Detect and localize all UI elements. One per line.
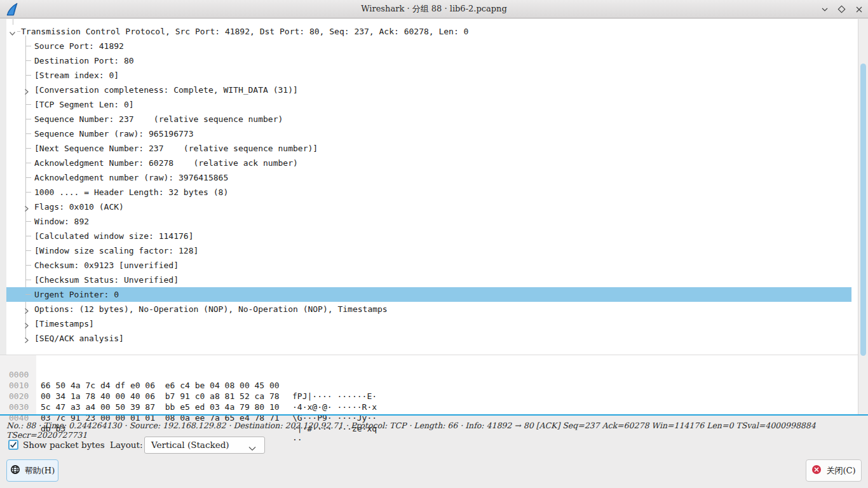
tree-row[interactable]: Window: 892 xyxy=(6,214,851,229)
hex-row[interactable]: 0000 66 50 4a 7c d4 df e0 06 e6 c4 be 04… xyxy=(0,358,851,369)
layout-dropdown-value: Vertical (Stacked) xyxy=(151,437,229,453)
tree-row[interactable]: Flags: 0x010 (ACK) xyxy=(6,200,851,214)
tree-row[interactable]: [Window size scaling factor: 128] xyxy=(6,243,851,258)
close-red-icon xyxy=(811,464,822,477)
help-button[interactable]: 帮助(H) xyxy=(6,459,58,482)
close-window-icon[interactable] xyxy=(855,5,863,13)
tree-row[interactable]: [Stream index: 0] xyxy=(6,68,851,83)
tree-row[interactable]: Source Port: 41892 xyxy=(6,39,851,53)
tree-row[interactable]: [Timestamps] xyxy=(6,316,851,331)
hex-dump: 0000 66 50 4a 7c d4 df e0 06 e6 c4 be 04… xyxy=(0,358,851,412)
layout-label: Layout: xyxy=(110,440,142,450)
tree-left-margin xyxy=(0,19,6,355)
pane-divider-blue xyxy=(0,414,868,416)
tree-row[interactable]: [Next Sequence Number: 237 (relative seq… xyxy=(6,141,851,156)
tree-row[interactable]: [Checksum Status: Unverified] xyxy=(6,273,851,287)
vertical-scrollbar[interactable] xyxy=(858,19,868,414)
tree-row[interactable]: Acknowledgment number (raw): 3976415865 xyxy=(6,170,851,185)
help-button-label: 帮助(H) xyxy=(25,465,55,477)
tree-row[interactable]: 1000 .... = Header Length: 32 bytes (8) xyxy=(6,185,851,200)
tree-row[interactable]: [SEQ/ACK analysis] xyxy=(6,331,851,346)
tree-row[interactable]: Destination Port: 80 xyxy=(6,53,851,68)
tree-row[interactable]: [TCP Segment Len: 0] xyxy=(6,97,851,112)
scrollbar-thumb[interactable] xyxy=(860,64,866,356)
checkmark-icon xyxy=(10,441,17,449)
layout-dropdown[interactable]: Vertical (Stacked) xyxy=(144,437,265,454)
show-packet-bytes-label: Show packet bytes xyxy=(23,440,105,450)
help-globe-icon xyxy=(10,464,20,477)
chevron-right-icon[interactable] xyxy=(22,334,31,349)
tree-row[interactable]: Sequence Number (raw): 965196773 xyxy=(6,126,851,141)
minimize-icon[interactable] xyxy=(820,5,829,13)
tree-row-selected[interactable]: Urgent Pointer: 0 xyxy=(6,287,851,302)
packet-summary-status: No.: 88 · Time: 0.244264130 · Source: 19… xyxy=(6,421,863,440)
protocol-tree: Transmission Control Protocol, Src Port:… xyxy=(6,24,851,355)
tree-row[interactable]: [Calculated window size: 114176] xyxy=(6,229,851,243)
title-bar: Wireshark · 分组 88 · lib6-2.pcapng xyxy=(0,0,868,18)
hex-row[interactable]: 0010 00 34 1a 78 40 00 40 06 b7 91 c0 a8… xyxy=(0,369,851,380)
close-button-label: 关闭(C) xyxy=(826,465,855,477)
tree-row[interactable]: Transmission Control Protocol, Src Port:… xyxy=(6,24,851,39)
maximize-icon[interactable] xyxy=(837,5,846,13)
tree-row[interactable]: Acknowledgment Number: 60278 (relative a… xyxy=(6,156,851,170)
tree-row[interactable]: Options: (12 bytes), No-Operation (NOP),… xyxy=(6,302,851,316)
tree-row[interactable]: Checksum: 0x9123 [unverified] xyxy=(6,258,851,273)
chevron-down-icon xyxy=(248,442,257,454)
tree-row[interactable]: [Conversation completeness: Complete, WI… xyxy=(6,83,851,97)
hex-row[interactable]: 0040 db b3 ·· xyxy=(0,402,851,412)
show-packet-bytes-checkbox[interactable] xyxy=(8,440,18,450)
tree-hex-divider xyxy=(0,355,858,355)
tree-row[interactable]: Sequence Number: 237 (relative sequence … xyxy=(6,112,851,126)
window-title: Wireshark · 分组 88 · lib6-2.pcapng xyxy=(0,0,868,18)
close-button[interactable]: 关闭(C) xyxy=(806,459,862,482)
hex-row[interactable]: 0020 5c 47 a3 a4 00 50 39 87 bb e5 ed 03… xyxy=(0,380,851,391)
hex-row[interactable]: 0030 03 7c 91 23 00 00 01 01 08 0a ee 7a… xyxy=(0,391,851,402)
